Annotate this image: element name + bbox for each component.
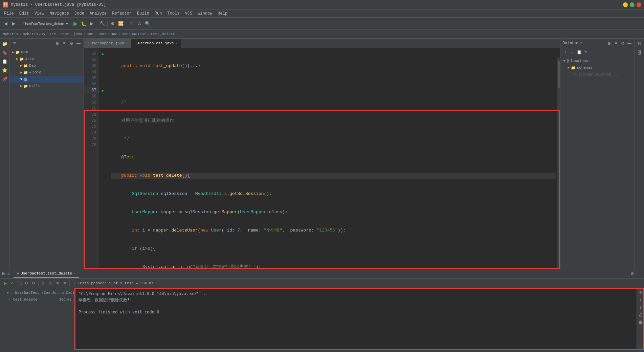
tree-dao[interactable]: ▶ 📁 Dao xyxy=(9,62,84,69)
test-item-test-delete[interactable]: ✓ test_delete 366 ms xyxy=(0,296,74,303)
tree-com[interactable]: ▶ 📁 Com xyxy=(9,49,84,56)
breadcrumb-mybatis05[interactable]: Mybatis-05 xyxy=(23,32,45,36)
tab-userdaotest[interactable]: J UserDaoTest.java ✕ xyxy=(131,39,181,48)
menu-item-window[interactable]: Window xyxy=(195,10,215,17)
db-item-localhost[interactable]: ▼ @ localhost — xyxy=(560,58,635,64)
gutter-run-53[interactable]: ▶ xyxy=(99,51,107,57)
vcs-button[interactable]: 🔀 xyxy=(117,20,125,27)
minimize-button[interactable] xyxy=(623,2,628,7)
breadcrumb-src[interactable]: src xyxy=(49,32,56,36)
run-content: ✓ ▼ ✓ UserDaoTest (Com.Js...s.Dao) 366 m… xyxy=(0,288,644,350)
run-side-btn5[interactable]: 🗑 xyxy=(638,319,644,325)
tree-item-selected[interactable]: ▼ ⬤ xyxy=(9,76,84,83)
maximize-button[interactable] xyxy=(630,2,635,7)
menu-item-vcs[interactable]: VCS xyxy=(182,10,195,17)
run-button[interactable]: ▶ xyxy=(72,20,79,27)
run-sort2-button[interactable]: ⇅ xyxy=(47,280,53,286)
run-tab[interactable]: ▶ UserDaoTest.test_delete ✕ xyxy=(14,270,79,278)
breadcrumb-com[interactable]: Com xyxy=(87,32,93,36)
help-button[interactable]: ? xyxy=(128,20,135,27)
run-rerun-failed[interactable]: ↻ xyxy=(30,280,37,286)
menu-item-navigate[interactable]: Navigate xyxy=(47,10,72,17)
test-item-userdaotest[interactable]: ✓ ▼ ✓ UserDaoTest (Com.Js...s.Dao) 366 m… xyxy=(0,289,74,296)
run-filter-button[interactable]: ≡ xyxy=(54,280,61,286)
pin-icon[interactable]: 📌 xyxy=(1,75,9,83)
run-panel-settings[interactable]: ⚙ xyxy=(629,271,635,277)
db-minus-button[interactable]: − xyxy=(569,49,575,55)
db-filter-button[interactable]: ⚙ xyxy=(620,40,626,46)
code-content[interactable]: public void test_update(){...} /* 对用户信息进… xyxy=(107,48,560,269)
back-button[interactable]: ◀ xyxy=(2,20,9,27)
breadcrumb-dao[interactable]: Dao xyxy=(111,32,117,36)
tab-usermapper[interactable]: J UserMapper.java ✕ xyxy=(84,39,131,48)
run-filter2-button[interactable]: ≡ xyxy=(62,280,68,286)
run-side-btn3[interactable]: ↓ xyxy=(638,304,644,310)
favorites-icon[interactable]: ⭐ xyxy=(1,66,9,74)
run-check-button[interactable]: ✓ xyxy=(9,280,15,286)
menu-item-help[interactable]: Help xyxy=(215,10,230,17)
build-button[interactable]: 🔨 xyxy=(98,20,106,27)
code-editor[interactable]: 53 62 63 64 65 66 67 68 69 70 71 72 73 7… xyxy=(84,48,560,269)
breadcrumb-jsxs[interactable]: Jsxs xyxy=(97,32,106,36)
tab-usermapper-close[interactable]: ✕ xyxy=(126,41,128,45)
breadcrumb-java[interactable]: java xyxy=(73,32,82,36)
breadcrumb-mybatis[interactable]: Mybatis xyxy=(3,32,18,36)
db-collapse-button[interactable]: ≡ xyxy=(613,40,619,46)
menu-item-edit[interactable]: Edit xyxy=(17,10,32,17)
breadcrumb-test[interactable]: test xyxy=(60,32,69,36)
menu-item-file[interactable]: File xyxy=(1,10,17,17)
breadcrumb-userdaotest[interactable]: UserDaoTest xyxy=(122,32,147,36)
editor-scrollbar[interactable] xyxy=(557,58,560,269)
run-panel-close[interactable]: — xyxy=(636,271,642,277)
forward-button[interactable]: ▶ xyxy=(10,20,18,27)
run-config-dropdown[interactable]: UserDaoTest.test_delete ▼ xyxy=(21,20,71,27)
gutter-run-67[interactable]: ▶ xyxy=(99,87,107,93)
console-line-1: "C:\Program Files\Java\jdk1.8.0_144\bin\… xyxy=(79,291,632,297)
menu-item-tools[interactable]: Tools xyxy=(165,10,182,17)
run-side-btn4[interactable]: 🖨 xyxy=(638,312,644,318)
project-close-button[interactable]: — xyxy=(75,40,82,46)
line-76: 76 xyxy=(84,142,99,148)
run-sort-button[interactable]: ⇅ xyxy=(40,280,46,286)
database-side-icon[interactable]: 🗄 xyxy=(636,49,644,57)
run-play-button[interactable]: ▶ xyxy=(2,280,8,286)
db-properties-button[interactable]: 📋 xyxy=(576,49,582,55)
tree-pojo[interactable]: ▶ 📁 ● pojo xyxy=(9,69,84,76)
structure-icon[interactable]: 📋 xyxy=(1,58,9,66)
translate-button[interactable]: A xyxy=(136,20,143,27)
tree-jsxs[interactable]: ▶ 📁 Jsxs xyxy=(9,56,84,62)
menu-item-build[interactable]: Build xyxy=(134,10,152,17)
menu-item-refactor[interactable]: Refactor xyxy=(109,10,134,17)
menu-item-analyze[interactable]: Analyze xyxy=(87,10,109,17)
project-icon[interactable]: 📁 xyxy=(1,40,9,48)
db-add-button[interactable]: + xyxy=(562,49,569,55)
project-settings-button[interactable]: ⚙ xyxy=(68,40,74,46)
tab-userdaotest-close[interactable]: ✕ xyxy=(175,41,177,45)
run-tab-close[interactable]: ✕ xyxy=(73,271,75,276)
db-refresh-button[interactable]: ⊕ xyxy=(606,40,612,46)
menu-item-run[interactable]: Run xyxy=(152,10,165,17)
editor-area: J UserMapper.java ✕ J UserDaoTest.java ✕… xyxy=(84,39,560,269)
project-collapse-button[interactable]: ≡ xyxy=(61,40,67,46)
close-button[interactable] xyxy=(637,2,641,7)
breadcrumb-test-delete[interactable]: test_delete xyxy=(151,32,175,36)
settings-button[interactable]: ⚙ xyxy=(109,20,116,27)
db-refresh2-button[interactable]: ↻ xyxy=(583,49,589,55)
run-side-btn2[interactable]: ↑ xyxy=(638,297,644,303)
tree-utils[interactable]: ▶ 📁 utils xyxy=(9,83,84,89)
run-side-btn1[interactable]: ≡ xyxy=(638,289,644,295)
project-locate-button[interactable]: ⊕ xyxy=(54,40,60,46)
search-everywhere-button[interactable]: 🔍 xyxy=(144,20,151,27)
menu-item-view[interactable]: View xyxy=(32,10,47,17)
db-close-button[interactable]: — xyxy=(626,40,632,46)
run-stop-button[interactable]: ⬛ xyxy=(16,280,22,286)
debug-button[interactable]: 🐛 xyxy=(80,20,87,27)
bookmark-icon[interactable]: 🔖 xyxy=(1,49,9,57)
db-item-schemas[interactable]: ▼ 📁 schemas xyxy=(560,64,635,71)
editor-tabs: J UserMapper.java ✕ J UserDaoTest.java ✕ xyxy=(84,39,560,48)
run-with-coverage-button[interactable]: ▶ xyxy=(88,20,95,27)
menu-item-code[interactable]: Code xyxy=(72,10,87,17)
maven-icon[interactable]: M xyxy=(636,40,644,48)
run-rerun-button[interactable]: ↻ xyxy=(23,280,29,286)
window-controls xyxy=(623,2,641,7)
